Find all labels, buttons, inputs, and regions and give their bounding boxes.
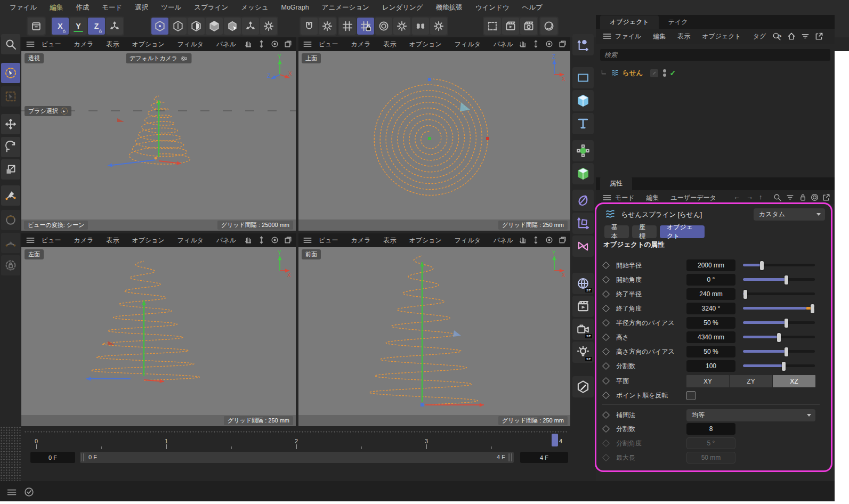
attr-tab-1[interactable]: 座標 bbox=[632, 225, 657, 238]
viewport-menu-icon[interactable] bbox=[26, 39, 35, 49]
keyframe-diamond[interactable] bbox=[602, 377, 610, 385]
snap-button[interactable] bbox=[301, 18, 318, 35]
attr-value-field[interactable]: 2000 mm bbox=[686, 259, 735, 271]
scene-globe-button[interactable]: ST bbox=[572, 273, 594, 294]
am-back-icon[interactable]: ← bbox=[733, 193, 740, 201]
slider-handle[interactable] bbox=[785, 319, 788, 328]
snap-settings-button[interactable] bbox=[319, 18, 336, 35]
enable-axis-button[interactable] bbox=[242, 18, 259, 35]
menubar-item[interactable]: モード bbox=[95, 3, 128, 12]
maximize-view-icon[interactable] bbox=[284, 39, 293, 48]
attr-value-field[interactable]: 50 % bbox=[686, 317, 735, 329]
plane-option-xy[interactable]: XY bbox=[686, 375, 729, 387]
om-home-icon[interactable] bbox=[787, 31, 796, 41]
enabled-check-icon[interactable]: ✓ bbox=[669, 69, 677, 77]
render-view-button[interactable] bbox=[484, 18, 501, 35]
light-object-button[interactable]: ST bbox=[572, 342, 594, 363]
attr-value-field[interactable]: 100 bbox=[686, 360, 735, 372]
attr-tab-2[interactable]: オブジェクト bbox=[660, 225, 705, 238]
attr-slider[interactable] bbox=[743, 346, 815, 357]
attr-slider[interactable] bbox=[743, 288, 815, 300]
keyframe-diamond[interactable] bbox=[602, 362, 610, 370]
slider-handle[interactable] bbox=[785, 347, 788, 356]
tab-takes[interactable]: テイク bbox=[659, 15, 698, 29]
model-mode-button[interactable] bbox=[206, 18, 223, 35]
playhead[interactable] bbox=[552, 434, 558, 446]
spline-pen-tool-button[interactable] bbox=[1, 185, 20, 206]
viewport-menu-item[interactable]: フィルタ bbox=[455, 236, 481, 245]
slider-handle[interactable] bbox=[811, 304, 814, 313]
menubar-item[interactable]: アニメーション bbox=[316, 3, 376, 12]
pan-hand-icon[interactable] bbox=[244, 235, 253, 245]
points-mode-button[interactable] bbox=[151, 18, 168, 35]
rotate-view-icon[interactable] bbox=[270, 235, 279, 245]
primitive-cube-button[interactable] bbox=[572, 90, 594, 111]
keyframe-diamond[interactable] bbox=[602, 348, 610, 355]
attr-slider[interactable] bbox=[743, 303, 815, 314]
attr-value-field[interactable]: 0 ° bbox=[686, 274, 735, 286]
rotate-view-icon[interactable] bbox=[545, 39, 554, 48]
render-film-button[interactable] bbox=[572, 296, 594, 317]
om-search-icon[interactable] bbox=[772, 31, 781, 41]
zoom-icon[interactable] bbox=[531, 235, 540, 245]
attr-tab-0[interactable]: 基本 bbox=[604, 225, 629, 238]
workplane-lock-button[interactable] bbox=[357, 18, 374, 35]
menubar-item[interactable]: ツール bbox=[155, 3, 188, 12]
spline-arc-tool-button[interactable] bbox=[1, 233, 20, 253]
spline-primitives-button[interactable] bbox=[572, 67, 594, 88]
viewport-menu-item[interactable]: パネル bbox=[494, 236, 513, 245]
maximize-view-icon[interactable] bbox=[558, 39, 567, 48]
object-search-input[interactable] bbox=[600, 49, 830, 61]
visibility-dot-top[interactable] bbox=[663, 69, 666, 72]
viewport-body[interactable]: 上面ZX bbox=[298, 51, 570, 231]
viewport-menu-item[interactable]: カメラ bbox=[74, 40, 94, 49]
viewport-menu-item[interactable]: 表示 bbox=[383, 40, 396, 49]
attr-value-field[interactable]: 4340 mm bbox=[686, 331, 735, 343]
attr-slider[interactable] bbox=[743, 274, 815, 286]
pan-hand-icon[interactable] bbox=[244, 39, 253, 48]
viewport-body[interactable]: 前面YX bbox=[298, 247, 570, 426]
keyframe-diamond[interactable] bbox=[602, 276, 610, 283]
attr-slider[interactable] bbox=[743, 331, 815, 343]
cage-tool-button[interactable] bbox=[1, 255, 20, 275]
z-axis-lock-button[interactable]: Z bbox=[88, 18, 105, 35]
workplane-button[interactable] bbox=[339, 18, 356, 35]
zoom-icon[interactable] bbox=[257, 235, 266, 245]
slider-handle[interactable] bbox=[743, 290, 747, 299]
viewport-menu-item[interactable]: パネル bbox=[216, 236, 236, 245]
pan-hand-icon[interactable] bbox=[518, 39, 527, 48]
object-name[interactable]: らせん bbox=[622, 69, 643, 78]
tab-objects[interactable]: オブジェクト bbox=[600, 15, 659, 29]
viewport-menu-item[interactable]: フィルタ bbox=[177, 40, 204, 49]
am-search-icon[interactable] bbox=[773, 193, 782, 202]
target-button[interactable] bbox=[375, 18, 392, 35]
viewport-body[interactable]: 左面YX bbox=[21, 247, 296, 426]
tab-attributes[interactable]: 属性 bbox=[600, 177, 632, 190]
pan-hand-icon[interactable] bbox=[518, 235, 527, 245]
slider-handle[interactable] bbox=[777, 333, 781, 342]
viewport-menu-item[interactable]: カメラ bbox=[351, 40, 371, 49]
visibility-dots[interactable] bbox=[663, 69, 666, 77]
viewport-menu-item[interactable]: オプション bbox=[132, 40, 164, 49]
polygons-mode-button[interactable] bbox=[188, 18, 205, 35]
range-grip-right[interactable] bbox=[508, 453, 512, 461]
material-manager-button[interactable] bbox=[540, 18, 557, 35]
object-tree-row[interactable]: らせん✓ bbox=[600, 67, 677, 79]
rectangle-selection-button[interactable] bbox=[1, 86, 20, 107]
viewport-menu-icon[interactable] bbox=[26, 235, 35, 245]
om-popout-icon[interactable] bbox=[814, 31, 824, 41]
viewport-menu-item[interactable]: ビュー bbox=[42, 236, 61, 245]
material-editor-button[interactable] bbox=[572, 376, 594, 397]
maximize-view-icon[interactable] bbox=[284, 235, 293, 245]
menubar-item[interactable]: ヘルプ bbox=[516, 3, 549, 12]
menubar-item[interactable]: ウインドウ bbox=[469, 3, 516, 12]
zoom-icon[interactable] bbox=[531, 39, 540, 48]
render-settings-button[interactable] bbox=[520, 18, 537, 35]
attr-slider[interactable] bbox=[743, 259, 815, 271]
end-frame-field[interactable]: 4 F bbox=[520, 452, 568, 463]
symmetry-button[interactable] bbox=[412, 18, 429, 35]
x-axis-lock-button[interactable]: X bbox=[52, 18, 69, 35]
search-commands-button[interactable] bbox=[1, 34, 20, 54]
plane-option-xz[interactable]: XZ bbox=[773, 375, 815, 387]
keyframe-diamond[interactable] bbox=[602, 425, 610, 433]
